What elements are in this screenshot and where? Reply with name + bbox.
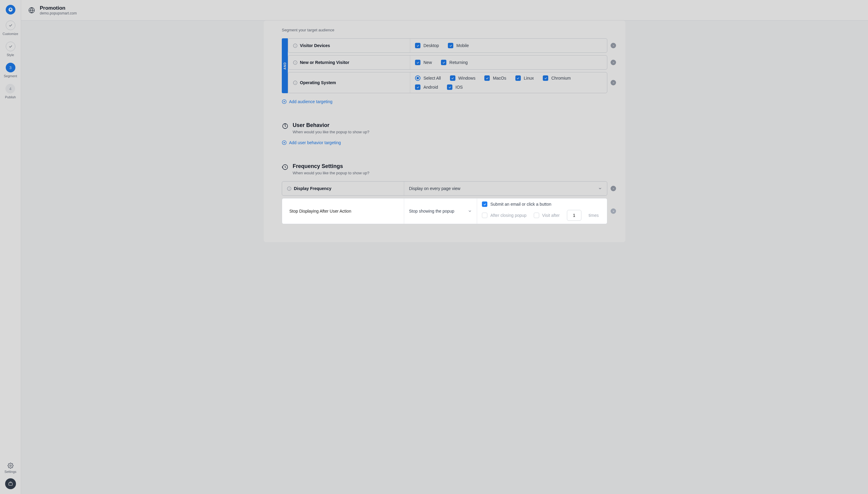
info-icon[interactable] bbox=[293, 60, 297, 65]
checkbox-macos[interactable]: MacOs bbox=[484, 75, 506, 81]
section-frequency: Frequency Settings When would you like t… bbox=[282, 163, 607, 175]
audience-subtitle: Segment your target audience bbox=[282, 28, 607, 32]
remove-rule-button[interactable] bbox=[611, 208, 616, 214]
add-audience-targeting[interactable]: Add audience targeting bbox=[282, 99, 607, 104]
stop-action-select[interactable]: Stop showing the popup bbox=[409, 209, 472, 213]
visit-times-input[interactable] bbox=[567, 210, 581, 221]
section-title: Frequency Settings bbox=[293, 163, 369, 170]
section-subtitle: When would you like the popup to show up… bbox=[293, 130, 369, 134]
checkbox-linux[interactable]: Linux bbox=[515, 75, 534, 81]
globe-icon bbox=[28, 7, 35, 14]
display-frequency-select[interactable]: Display on every page view bbox=[409, 186, 602, 191]
section-title: User Behavior bbox=[293, 122, 369, 129]
and-connector: AND bbox=[282, 38, 288, 93]
logo[interactable] bbox=[6, 5, 15, 15]
times-label: times bbox=[589, 213, 598, 218]
topbar: Promotion demo.popupsmart.com bbox=[21, 0, 868, 20]
checkbox-visit-after[interactable]: Visit after bbox=[534, 213, 560, 218]
settings-button[interactable]: Settings bbox=[4, 463, 17, 474]
page-domain: demo.popupsmart.com bbox=[40, 11, 77, 15]
remove-rule-button[interactable] bbox=[611, 80, 616, 86]
svg-point-0 bbox=[9, 465, 11, 467]
nav-label: Style bbox=[7, 53, 14, 57]
remove-rule-button[interactable] bbox=[611, 43, 616, 48]
nav-label: Segment bbox=[4, 74, 17, 78]
info-icon[interactable] bbox=[293, 43, 297, 48]
rule-label: New or Returning Visitor bbox=[300, 60, 349, 65]
rule-label: Operating System bbox=[300, 80, 336, 85]
checkbox-returning[interactable]: Returning bbox=[441, 60, 468, 65]
chevron-down-icon bbox=[598, 186, 602, 191]
nav-step-publish[interactable]: 4 Publish bbox=[5, 84, 16, 99]
remove-rule-button[interactable] bbox=[611, 186, 616, 191]
section-user-behavior: User Behavior When would you like the po… bbox=[282, 122, 607, 134]
checkbox-new[interactable]: New bbox=[415, 60, 432, 65]
checkbox-submit-email[interactable]: Submit an email or click a button bbox=[482, 202, 551, 207]
checkbox-mobile[interactable]: Mobile bbox=[448, 43, 469, 48]
add-behavior-targeting[interactable]: Add user behavior targeting bbox=[282, 140, 607, 145]
info-icon[interactable] bbox=[287, 186, 292, 191]
rule-os: Operating System Select All Windows MacO… bbox=[288, 72, 607, 93]
checkbox-ios[interactable]: IOS bbox=[447, 84, 462, 90]
section-subtitle: When would you like the popup to show up… bbox=[293, 171, 369, 175]
checkbox-desktop[interactable]: Desktop bbox=[415, 43, 439, 48]
briefcase-button[interactable] bbox=[5, 478, 16, 489]
checkbox-chromium[interactable]: Chromium bbox=[543, 75, 571, 81]
page-title: Promotion bbox=[40, 5, 77, 11]
rule-label: Stop Displaying After User Action bbox=[289, 209, 351, 213]
nav-label: Publish bbox=[5, 95, 16, 99]
checkbox-windows[interactable]: Windows bbox=[450, 75, 476, 81]
rule-stop-displaying: Stop Displaying After User Action Stop s… bbox=[282, 198, 607, 224]
nav-step-style[interactable]: Style bbox=[6, 42, 15, 57]
rule-visitor-devices: Visitor Devices Desktop Mobile bbox=[288, 38, 607, 53]
remove-rule-button[interactable] bbox=[611, 60, 616, 65]
nav-label: Customize bbox=[3, 32, 18, 36]
checkbox-after-closing[interactable]: After closing popup bbox=[482, 213, 527, 218]
rule-label: Display Frequency bbox=[294, 186, 332, 191]
sidebar: Customize Style 3 Segment 4 Publish Sett… bbox=[0, 0, 21, 494]
rule-label: Visitor Devices bbox=[300, 43, 330, 48]
svg-rect-1 bbox=[9, 483, 12, 486]
nav-step-segment[interactable]: 3 Segment bbox=[4, 63, 17, 78]
rule-display-frequency: Display Frequency Display on every page … bbox=[282, 181, 607, 196]
radio-select-all[interactable]: Select All bbox=[415, 75, 441, 81]
info-icon[interactable] bbox=[293, 80, 297, 85]
chevron-down-icon bbox=[468, 209, 472, 213]
settings-label: Settings bbox=[4, 470, 17, 474]
nav-step-customize[interactable]: Customize bbox=[3, 20, 18, 36]
checkbox-android[interactable]: Android bbox=[415, 84, 438, 90]
rule-new-returning: New or Returning Visitor New Returning bbox=[288, 55, 607, 70]
